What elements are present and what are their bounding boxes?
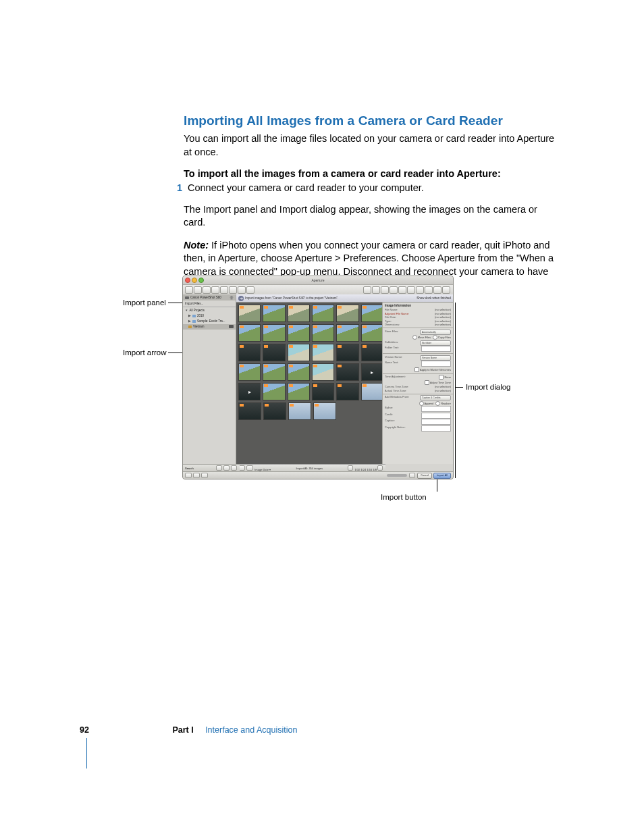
toolbar-button[interactable] <box>407 286 415 294</box>
toolbar-button[interactable] <box>363 286 371 294</box>
thumbnail[interactable] <box>336 305 358 322</box>
add-meta-dropdown[interactable]: Caption & Credits <box>420 395 451 400</box>
toolbar-button[interactable] <box>442 286 450 294</box>
sidebar-item-project[interactable]: Vietnam <box>183 324 236 330</box>
sidebar-item-import-files[interactable]: Import Files... <box>183 301 236 306</box>
credit-field[interactable] <box>421 413 451 419</box>
split-button[interactable] <box>201 473 208 478</box>
sort-label[interactable]: Image Date <box>254 468 269 471</box>
toolbar-button[interactable] <box>390 286 398 294</box>
append-radio[interactable] <box>419 401 424 406</box>
info-button[interactable] <box>231 465 237 471</box>
thumbnail[interactable] <box>336 344 358 361</box>
toolbar-button[interactable] <box>246 286 254 294</box>
import-all-button[interactable]: Import All <box>433 473 451 479</box>
thumbnail[interactable] <box>288 402 311 420</box>
import-arrow-icon[interactable]: ➜ <box>238 296 244 301</box>
thumbnail[interactable] <box>312 383 334 400</box>
version-name-dropdown[interactable]: Version Name <box>420 355 451 361</box>
disclosure-triangle-icon[interactable]: ▶ <box>188 319 191 323</box>
thumbnail[interactable] <box>288 324 310 342</box>
store-files-dropdown[interactable]: Automatically <box>420 330 451 335</box>
toolbar-button[interactable] <box>211 286 219 294</box>
name-text-field[interactable] <box>421 361 451 367</box>
thumbnail[interactable] <box>361 344 383 361</box>
thumbnail-grid[interactable]: ▸ ▸ <box>236 303 385 464</box>
thumbnail[interactable] <box>313 402 336 420</box>
toolbar-button[interactable] <box>425 286 433 294</box>
thumbnail[interactable] <box>238 305 261 322</box>
copy-files-radio[interactable] <box>433 335 437 340</box>
toolbar-button[interactable] <box>433 286 441 294</box>
add-button[interactable] <box>216 465 222 471</box>
thumbnail[interactable] <box>312 305 334 322</box>
byline-field[interactable] <box>421 406 451 412</box>
time-none-checkbox[interactable] <box>439 375 444 380</box>
thumbnail[interactable] <box>263 363 285 381</box>
time-adjust-checkbox[interactable] <box>425 380 429 385</box>
thumbnail[interactable]: ▸ <box>361 363 383 381</box>
thumbnail[interactable] <box>263 324 285 342</box>
list-view-button[interactable] <box>246 465 253 471</box>
thumbnail[interactable] <box>263 383 285 400</box>
show-dock-checkbox[interactable]: Show dock when finished <box>417 296 451 300</box>
sidebar-item-sample[interactable]: ▶ Sample: Exotic Tra... <box>183 319 236 324</box>
zoom-slider[interactable] <box>387 474 407 477</box>
thumbnail[interactable] <box>336 324 358 342</box>
zoom-in-button[interactable] <box>377 465 383 471</box>
toolbar-button[interactable] <box>194 286 202 294</box>
eject-icon[interactable] <box>230 296 234 300</box>
toolbar-button[interactable] <box>203 286 211 294</box>
zoom-out-button[interactable] <box>348 465 353 471</box>
thumbnail[interactable] <box>288 363 310 381</box>
thumbnail[interactable] <box>238 402 261 420</box>
thumbnail[interactable] <box>238 363 261 381</box>
thumbnail[interactable] <box>238 344 261 361</box>
move-files-radio[interactable] <box>412 335 417 340</box>
minimize-icon[interactable] <box>192 278 197 283</box>
thumbnail[interactable]: ▸ <box>238 383 261 400</box>
traffic-lights[interactable] <box>185 278 204 283</box>
sidebar-item-year[interactable]: ▶ 2010 <box>183 313 236 319</box>
thumbnail[interactable] <box>312 324 334 342</box>
thumbnail[interactable] <box>361 324 383 342</box>
toolbar-button[interactable] <box>185 286 193 294</box>
thumbnail[interactable] <box>263 305 285 322</box>
cancel-button[interactable]: Cancel <box>417 473 432 479</box>
thumbnail[interactable] <box>336 363 358 381</box>
sidebar-item-camera[interactable]: Canon PowerShot S60 <box>183 294 236 301</box>
thumbnail[interactable] <box>312 363 334 381</box>
sidebar-item-all-projects[interactable]: ▼ All Projects <box>183 308 236 313</box>
toolbar-button[interactable] <box>372 286 380 294</box>
replace-radio[interactable] <box>435 401 440 406</box>
apply-master-checkbox[interactable] <box>414 367 419 372</box>
toolbar-button[interactable] <box>398 286 406 294</box>
toolbar-button[interactable] <box>229 286 237 294</box>
disclosure-triangle-icon[interactable]: ▶ <box>188 314 191 317</box>
toolbar-button[interactable] <box>220 286 228 294</box>
loupe-button[interactable] <box>409 473 415 478</box>
thumbnail[interactable] <box>336 383 358 400</box>
close-icon[interactable] <box>185 278 190 283</box>
thumbnail[interactable] <box>288 383 310 400</box>
zoom-icon[interactable] <box>198 278 204 283</box>
browser-button[interactable] <box>193 473 200 478</box>
toolbar-button[interactable] <box>416 286 424 294</box>
caption-field[interactable] <box>421 419 451 425</box>
viewer-button[interactable] <box>185 473 192 478</box>
thumbnail[interactable] <box>263 402 286 420</box>
toolbar-button[interactable] <box>238 286 246 294</box>
copyright-field[interactable] <box>421 425 451 432</box>
action-button[interactable] <box>223 465 230 471</box>
thumbnail[interactable] <box>361 383 383 400</box>
thumbnail[interactable] <box>361 305 383 322</box>
folder-text-field[interactable] <box>421 346 451 352</box>
toolbar-button[interactable] <box>381 286 389 294</box>
thumbnail[interactable] <box>288 305 310 322</box>
disclosure-triangle-icon[interactable]: ▼ <box>185 309 188 312</box>
thumbnail[interactable] <box>312 344 334 361</box>
subfolders-dropdown[interactable]: No folder <box>420 340 451 346</box>
thumbnail[interactable] <box>238 324 261 342</box>
thumbnail[interactable] <box>263 344 285 361</box>
thumbnail[interactable] <box>288 344 310 361</box>
